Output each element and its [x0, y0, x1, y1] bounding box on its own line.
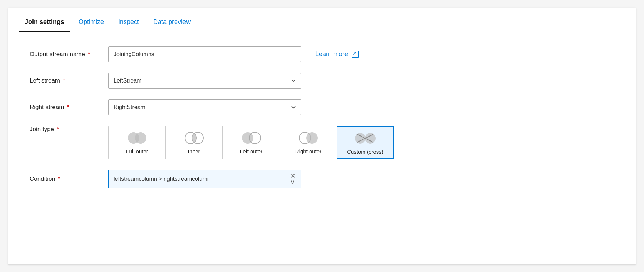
tab-optimize[interactable]: Optimize — [73, 18, 110, 32]
learn-more-link[interactable]: Learn more — [315, 50, 359, 58]
join-option-inner[interactable]: Inner — [166, 126, 223, 159]
svg-point-11 — [365, 133, 376, 144]
svg-point-6 — [242, 132, 253, 144]
condition-label: Condition * — [30, 175, 108, 183]
svg-point-9 — [306, 132, 318, 144]
tab-join-settings[interactable]: Join settings — [19, 18, 70, 32]
join-type-options: Full outer Inner — [108, 126, 394, 159]
join-option-custom-cross[interactable]: Custom (cross) — [337, 126, 394, 159]
join-option-full-outer[interactable]: Full outer — [109, 126, 166, 159]
svg-point-10 — [355, 133, 366, 144]
output-stream-row: Output stream name * Learn more — [30, 46, 614, 62]
condition-expand-icon[interactable]: ✕∨ — [290, 173, 296, 186]
inner-label: Inner — [188, 148, 200, 154]
right-outer-label: Right outer — [295, 148, 321, 154]
join-option-left-outer[interactable]: Left outer — [223, 126, 280, 159]
form-content: Output stream name * Learn more Left str… — [8, 32, 636, 213]
right-stream-row: Right stream * RightStream — [30, 99, 614, 115]
right-stream-select[interactable]: RightStream — [108, 99, 301, 115]
custom-cross-label: Custom (cross) — [347, 149, 383, 155]
tab-bar: Join settings Optimize Inspect Data prev… — [8, 8, 636, 32]
tab-data-preview[interactable]: Data preview — [147, 18, 196, 32]
output-stream-input[interactable] — [108, 46, 301, 62]
inner-venn — [182, 130, 206, 145]
condition-row: Condition * leftstreamcolumn > rightstre… — [30, 170, 614, 188]
left-stream-row: Left stream * LeftStream — [30, 73, 614, 89]
join-type-label: Join type * — [30, 126, 108, 133]
condition-input[interactable]: leftstreamcolumn > rightstreamcolumn ✕∨ — [108, 170, 301, 188]
tab-inspect[interactable]: Inspect — [112, 18, 145, 32]
right-outer-venn — [296, 130, 321, 145]
left-stream-label: Left stream * — [30, 77, 108, 84]
external-link-icon — [352, 51, 359, 58]
output-stream-label: Output stream name * — [30, 51, 108, 58]
left-outer-label: Left outer — [240, 148, 262, 154]
left-stream-select[interactable]: LeftStream — [108, 73, 301, 89]
left-outer-venn — [239, 130, 263, 145]
join-settings-panel: Join settings Optimize Inspect Data prev… — [8, 8, 636, 265]
right-stream-label: Right stream * — [30, 104, 108, 111]
svg-point-1 — [135, 132, 146, 144]
join-type-row: Join type * Full outer — [30, 126, 614, 159]
custom-cross-venn — [353, 131, 377, 146]
condition-value: leftstreamcolumn > rightstreamcolumn — [114, 176, 211, 182]
join-option-right-outer[interactable]: Right outer — [280, 126, 337, 159]
full-outer-venn — [125, 130, 149, 145]
full-outer-label: Full outer — [126, 148, 148, 154]
